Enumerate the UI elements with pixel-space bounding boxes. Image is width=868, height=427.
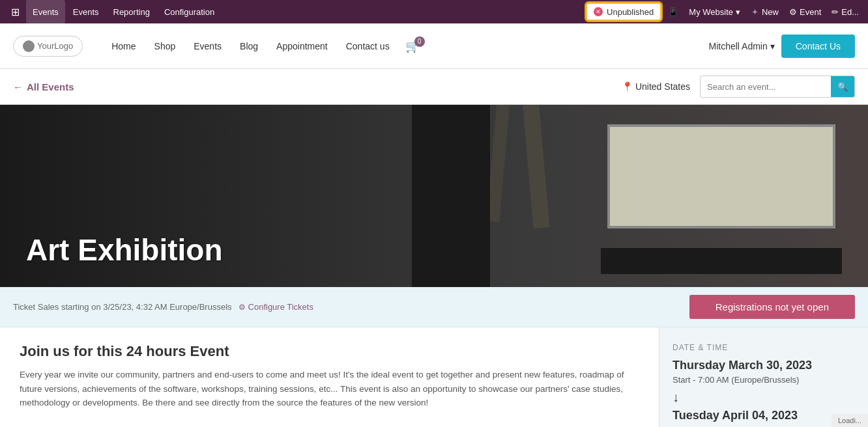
arrow-left-icon: ← xyxy=(13,81,23,92)
loading-indicator: Loadi... xyxy=(832,414,868,427)
hero-banner: Art Exhibition xyxy=(0,105,868,287)
nav-shop[interactable]: Shop xyxy=(145,23,185,69)
event-description-body: Every year we invite our community, part… xyxy=(20,368,639,410)
mobile-icon: 📱 xyxy=(668,7,678,17)
chevron-down-icon: ▾ xyxy=(770,41,775,51)
admin-nav-reporting[interactable]: Reporting xyxy=(107,0,156,23)
search-icon: 🔍 xyxy=(837,82,848,92)
projection-screen xyxy=(607,124,835,228)
configure-tickets-link[interactable]: ⚙ Configure Tickets xyxy=(239,302,313,312)
event-settings-button[interactable]: ⚙ Event xyxy=(785,3,825,21)
cart-badge: 0 xyxy=(414,36,425,47)
left-pillar xyxy=(412,105,490,287)
admin-bar-right: ✕ Unpublished 📱 My Website ▾ ＋ New ⚙ Eve… xyxy=(586,3,863,21)
unpublished-dot-icon: ✕ xyxy=(594,7,603,16)
plus-icon: ＋ xyxy=(751,6,759,18)
website-navbar: YourLogo Home Shop Events Blog Appointme… xyxy=(0,23,868,69)
admin-nav-events-main[interactable]: Events xyxy=(26,0,65,23)
my-website-button[interactable]: My Website ▾ xyxy=(685,3,744,21)
all-events-bar: ← All Events 📍 United States 🔍 xyxy=(0,69,868,105)
arrow-down-icon: ↓ xyxy=(673,390,855,405)
search-area: 🔍 xyxy=(700,76,855,98)
hero-title: Art Exhibition xyxy=(26,232,223,268)
admin-bar: ⊞ Events Events Reporting Configuration … xyxy=(0,0,868,23)
logo[interactable]: YourLogo xyxy=(13,36,83,57)
nav-home[interactable]: Home xyxy=(102,23,145,69)
gear-icon: ⚙ xyxy=(239,303,246,312)
edit-button[interactable]: ✏ Ed... xyxy=(828,3,863,21)
main-content-area: Join us for this 24 hours Event Every ye… xyxy=(0,327,868,427)
ticket-info-bar: Ticket Sales starting on 3/25/23, 4:32 A… xyxy=(0,287,868,327)
cart-button[interactable]: 🛒 0 xyxy=(399,39,426,53)
search-input[interactable] xyxy=(701,82,831,92)
apps-icon[interactable]: ⊞ xyxy=(5,2,25,21)
registrations-not-open-button[interactable]: Registrations not yet open xyxy=(689,295,855,319)
location-area: 📍 United States xyxy=(622,81,690,92)
location-pin-icon: 📍 xyxy=(622,81,633,92)
admin-nav-events[interactable]: Events xyxy=(66,0,106,23)
stage-floor xyxy=(601,248,842,274)
chevron-down-icon: ▾ xyxy=(736,7,740,17)
admin-bar-left: ⊞ Events Events Reporting Configuration xyxy=(5,0,583,23)
nav-right: Mitchell Admin ▾ Contact Us xyxy=(708,34,855,58)
nav-events[interactable]: Events xyxy=(184,23,231,69)
edit-icon: ✏ xyxy=(832,7,839,17)
event-description-panel: Join us for this 24 hours Event Every ye… xyxy=(0,327,659,427)
date-time-label: DATE & TIME xyxy=(673,343,855,352)
nav-appointment[interactable]: Appointment xyxy=(267,23,337,69)
nav-contact-us[interactable]: Contact us xyxy=(337,23,399,69)
search-button[interactable]: 🔍 xyxy=(831,76,854,98)
stage-area xyxy=(412,105,868,287)
admin-nav-configuration[interactable]: Configuration xyxy=(158,0,221,23)
logo-area: YourLogo xyxy=(13,36,83,57)
new-button[interactable]: ＋ New xyxy=(747,3,783,21)
back-to-all-events-link[interactable]: ← All Events xyxy=(13,81,74,92)
nav-links: Home Shop Events Blog Appointment Contac… xyxy=(102,23,708,69)
mobile-preview-button[interactable]: 📱 xyxy=(664,3,682,21)
ticket-sales-text: Ticket Sales starting on 3/25/23, 4:32 A… xyxy=(13,302,232,312)
ticket-info-left: Ticket Sales starting on 3/25/23, 4:32 A… xyxy=(13,302,313,312)
event-start-date: Thursday March 30, 2023 xyxy=(673,359,855,372)
gear-icon: ⚙ xyxy=(789,7,797,17)
nav-blog[interactable]: Blog xyxy=(231,23,267,69)
event-start-time: Start - 7:00 AM (Europe/Brussels) xyxy=(673,375,855,385)
event-end-date: Tuesday April 04, 2023 xyxy=(673,409,855,422)
unpublished-button[interactable]: ✕ Unpublished xyxy=(586,3,661,21)
logo-circle-icon xyxy=(23,40,35,52)
contact-us-button[interactable]: Contact Us xyxy=(781,34,855,58)
light-beam-3 xyxy=(523,105,549,228)
date-time-panel: DATE & TIME Thursday March 30, 2023 Star… xyxy=(659,327,868,427)
event-description-title: Join us for this 24 hours Event xyxy=(20,343,639,360)
user-menu[interactable]: Mitchell Admin ▾ xyxy=(708,41,774,51)
